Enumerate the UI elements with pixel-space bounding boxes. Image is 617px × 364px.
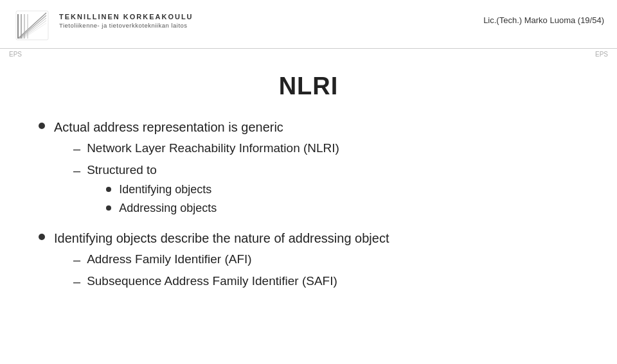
svg-line-1 <box>18 13 46 39</box>
eps-label-right: EPS <box>595 51 608 58</box>
sub-sub-text-1-2-2: Addressing objects <box>119 200 217 216</box>
slide-content: NLRI Actual address representation is ge… <box>0 60 617 314</box>
header-right: Lic.(Tech.) Marko Luoma (19/54) <box>483 8 604 25</box>
sub-sub-text-1-2-1: Identifying objects <box>119 182 211 198</box>
bullet-text-1: Actual address representation is generic <box>54 120 283 134</box>
bullet-dot-1 <box>39 123 45 129</box>
sub-text-1-2: Structured to <box>87 163 157 177</box>
eps-label-left: EPS <box>9 51 22 58</box>
logo-text: TEKNILLINEN KORKEAKOULU Tietoliikenne- j… <box>59 8 193 29</box>
dash-1-1: – <box>73 140 80 158</box>
sub-text-2-2: Subsequence Address Family Identifier (S… <box>87 273 337 290</box>
sub-text-1-1: Network Layer Reachability Information (… <box>87 140 339 157</box>
department-name: Tietoliikenne- ja tietoverkkotekniikan l… <box>59 22 193 29</box>
bullet-item-1: Actual address representation is generic… <box>39 118 578 223</box>
svg-line-4 <box>22 21 46 39</box>
bullet-dot-2 <box>39 234 45 240</box>
bullet-content-2: Identifying objects describe the nature … <box>54 229 389 295</box>
sub-content-1-2: Structured to Identifying objects Addres… <box>87 162 217 219</box>
main-bullet-list: Actual address representation is generic… <box>39 118 578 295</box>
sub-text-2-1: Address Family Identifier (AFI) <box>87 251 252 268</box>
sub-item-1-1: – Network Layer Reachability Information… <box>73 140 339 158</box>
sub-sub-list-1-2: Identifying objects Addressing objects <box>106 182 217 216</box>
header: TEKNILLINEN KORKEAKOULU Tietoliikenne- j… <box>0 0 617 49</box>
dash-2-1: – <box>73 251 80 269</box>
dash-2-2: – <box>73 273 80 291</box>
sub-item-1-2: – Structured to Identifying objects <box>73 162 339 219</box>
bullet-item-2: Identifying objects describe the nature … <box>39 229 578 295</box>
dash-1-2: – <box>73 162 80 180</box>
sub-list-2: – Address Family Identifier (AFI) – Subs… <box>73 251 389 291</box>
sub-list-1: – Network Layer Reachability Information… <box>73 140 339 219</box>
author-label: Lic.(Tech.) Marko Luoma (19/54) <box>483 15 604 25</box>
university-name: TEKNILLINEN KORKEAKOULU <box>59 13 193 21</box>
svg-line-2 <box>19 15 46 39</box>
sub-sub-item-1-2-2: Addressing objects <box>106 200 217 216</box>
slide-title: NLRI <box>39 73 578 100</box>
bullet-text-2: Identifying objects describe the nature … <box>54 231 389 245</box>
sub-sub-item-1-2-1: Identifying objects <box>106 182 217 198</box>
logo-area: TEKNILLINEN KORKEAKOULU Tietoliikenne- j… <box>13 8 193 43</box>
university-logo <box>13 8 51 43</box>
sub-item-2-2: – Subsequence Address Family Identifier … <box>73 273 389 291</box>
bullet-content-1: Actual address representation is generic… <box>54 118 339 223</box>
sub-item-2-1: – Address Family Identifier (AFI) <box>73 251 389 269</box>
sub-sub-dot-1-2-1 <box>106 187 111 192</box>
sub-sub-dot-1-2-2 <box>106 205 111 211</box>
divider-row: EPS EPS <box>0 49 617 60</box>
